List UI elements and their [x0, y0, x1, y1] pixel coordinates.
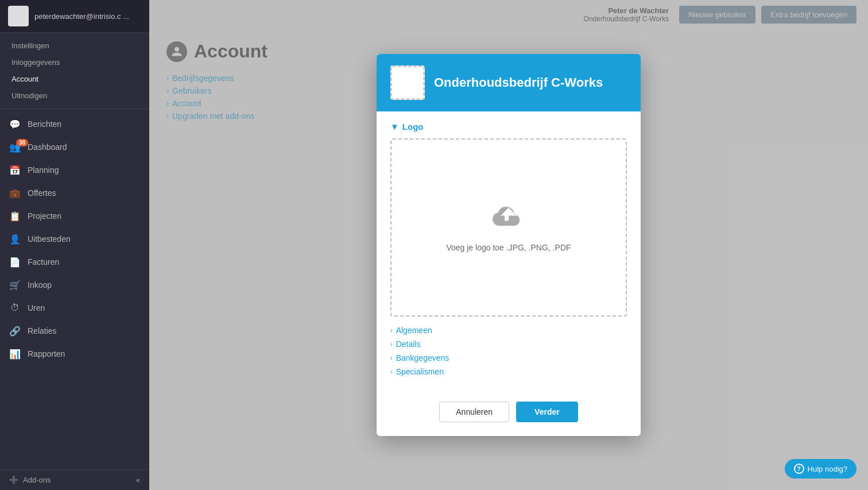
next-button[interactable]: Verder: [516, 402, 578, 422]
main-content: Peter de Wachter Onderhoudsbedrijf C-Wor…: [149, 0, 868, 490]
cancel-button[interactable]: Annuleren: [439, 402, 509, 422]
sidebar-nav-relaties[interactable]: 🔗 Relaties: [0, 319, 149, 342]
sidebar-nav: 💬 Berichten 👥 38 Dashboard 📅 Planning 💼 …: [0, 109, 149, 469]
sidebar-item-account[interactable]: Account: [0, 71, 149, 87]
modal-section-details[interactable]: › Details: [390, 339, 627, 349]
sidebar-nav-facturen[interactable]: 📄 Facturen: [0, 250, 149, 273]
uitbesteden-label: Uitbesteden: [28, 234, 71, 244]
offertes-icon: 💼: [9, 187, 21, 199]
sidebar-item-uitnodigen[interactable]: Uitnodigen: [0, 87, 149, 104]
sidebar-logo: [8, 6, 29, 26]
modal-overlay: Onderhoudsbedrijf C-Works ▼ Logo Voeg je…: [149, 0, 868, 490]
inkoop-label: Inkoop: [28, 280, 52, 290]
uren-icon: ⏱: [9, 302, 21, 314]
modal-section-bankgegevens[interactable]: › Bankgegevens: [390, 353, 627, 362]
modal-body: ▼ Logo Voeg je logo toe .JPG, .PNG, .PDF…: [377, 111, 641, 402]
modal-section-algemeen[interactable]: › Algemeen: [390, 326, 627, 335]
sidebar-nav-planning[interactable]: 📅 Planning: [0, 159, 149, 182]
dashboard-label: Dashboard: [28, 142, 67, 152]
logo-section-label: Logo: [402, 122, 424, 132]
help-button[interactable]: ? Hulp nodig?: [785, 459, 857, 479]
modal-section-specialismen[interactable]: › Specialismen: [390, 367, 627, 376]
logo-upload-area[interactable]: Voeg je logo toe .JPG, .PNG, .PDF: [390, 138, 627, 317]
rapporten-icon: 📊: [9, 348, 21, 360]
rapporten-label: Rapporten: [28, 349, 65, 358]
collapse-icon: «: [136, 476, 140, 484]
relaties-label: Relaties: [28, 326, 57, 335]
facturen-label: Facturen: [28, 257, 59, 267]
addons-icon: ➕: [9, 476, 18, 484]
sidebar: peterdewachter@intrisio.c ... Instelling…: [0, 0, 149, 490]
upload-text: Voeg je logo toe .JPG, .PNG, .PDF: [446, 243, 571, 252]
sidebar-nav-offertes[interactable]: 💼 Offertes: [0, 182, 149, 205]
chevron-right-icon: ›: [390, 354, 393, 361]
sidebar-nav-projecten[interactable]: 📋 Projecten: [0, 205, 149, 227]
inkoop-icon: 🛒: [9, 279, 21, 291]
chevron-down-icon: ▼: [390, 122, 399, 132]
projecten-label: Projecten: [28, 211, 61, 221]
chevron-right-icon: ›: [390, 327, 393, 334]
sidebar-email: peterdewachter@intrisio.c ...: [34, 12, 129, 21]
dashboard-badge: 38: [16, 139, 28, 146]
modal-footer: Annuleren Verder: [377, 402, 641, 436]
sidebar-nav-rapporten[interactable]: 📊 Rapporten: [0, 342, 149, 365]
uren-label: Uren: [28, 303, 45, 312]
chevron-right-icon: ›: [390, 341, 393, 348]
sidebar-item-inloggegevens[interactable]: Inloggegevens: [0, 54, 149, 71]
sidebar-nav-dashboard[interactable]: 👥 38 Dashboard: [0, 136, 149, 159]
sidebar-item-instellingen[interactable]: Instellingen: [0, 37, 149, 54]
planning-label: Planning: [28, 165, 59, 175]
sidebar-nav-berichten[interactable]: 💬 Berichten: [0, 113, 149, 136]
logo-section-header[interactable]: ▼ Logo: [390, 122, 627, 132]
modal-dialog: Onderhoudsbedrijf C-Works ▼ Logo Voeg je…: [377, 54, 641, 436]
upload-cloud-icon: [493, 203, 525, 237]
modal-logo-box: [390, 65, 425, 100]
modal-company-name: Onderhoudsbedrijf C-Works: [434, 75, 603, 90]
sidebar-header: peterdewachter@intrisio.c ...: [0, 0, 149, 33]
planning-icon: 📅: [9, 164, 21, 176]
help-circle-icon: ?: [794, 464, 804, 474]
facturen-icon: 📄: [9, 256, 21, 268]
addons-label: Add-ons: [23, 476, 51, 484]
uitbesteden-icon: 👤: [9, 233, 21, 245]
modal-sections: › Algemeen › Details › Bankgegevens › Sp…: [390, 326, 627, 376]
sidebar-nav-inkoop[interactable]: 🛒 Inkoop: [0, 273, 149, 296]
sidebar-section-settings: Instellingen Inloggegevens Account Uitno…: [0, 33, 149, 109]
modal-header: Onderhoudsbedrijf C-Works: [377, 54, 641, 111]
berichten-icon: 💬: [9, 118, 21, 130]
relaties-icon: 🔗: [9, 325, 21, 337]
offertes-label: Offertes: [28, 188, 56, 198]
sidebar-nav-uitbesteden[interactable]: 👤 Uitbesteden: [0, 227, 149, 250]
berichten-label: Berichten: [28, 119, 61, 129]
sidebar-footer-addons[interactable]: ➕ Add-ons «: [0, 469, 149, 490]
help-label: Hulp nodig?: [808, 465, 847, 473]
projecten-icon: 📋: [9, 210, 21, 222]
chevron-right-icon: ›: [390, 368, 393, 375]
sidebar-nav-uren[interactable]: ⏱ Uren: [0, 296, 149, 319]
